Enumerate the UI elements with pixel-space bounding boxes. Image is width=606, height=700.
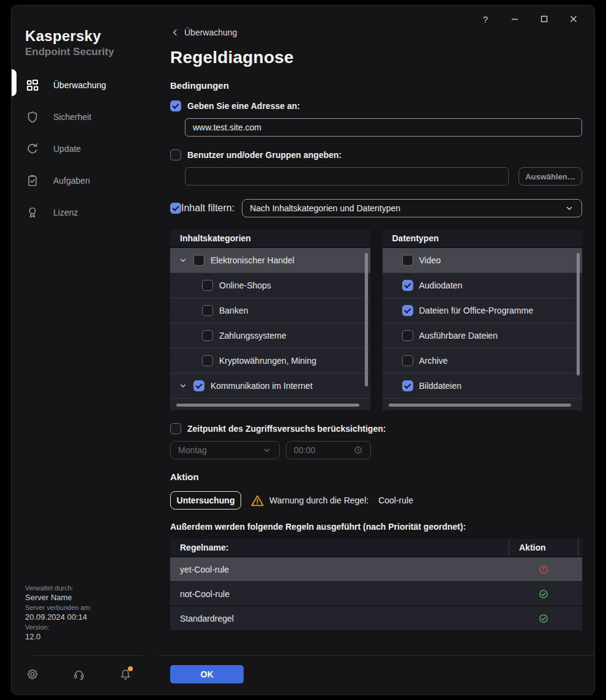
checkbox[interactable] (402, 380, 413, 391)
help-icon[interactable]: ? (471, 10, 500, 28)
sidebar-item-aufgaben[interactable]: Aufgaben (12, 165, 159, 197)
sidebar-item-sicherheit[interactable]: Sicherheit (12, 101, 159, 133)
list-item-label: Kryptowährungen, Mining (219, 356, 316, 366)
window-controls: ? (471, 10, 588, 28)
connected-at-value: 20.09.2024 00:14 (25, 612, 92, 622)
shield-icon (26, 111, 39, 123)
list-item[interactable]: Kryptowährungen, Mining (170, 348, 370, 374)
ok-button[interactable]: OK (170, 665, 244, 683)
rules-table: Regelname: Aktion yet-Cool-rule not-Cool… (170, 539, 582, 631)
list-item[interactable]: Zahlungssysteme (170, 323, 370, 348)
warning-status-icon (538, 564, 549, 575)
horizontal-scrollbar[interactable] (389, 404, 572, 407)
list-item[interactable]: Dateien für Office-Programme (383, 298, 583, 323)
close-icon[interactable] (559, 10, 588, 28)
verdict-button[interactable]: Untersuchung (170, 491, 241, 510)
checkbox[interactable] (402, 330, 413, 341)
column-header-end (578, 539, 582, 556)
list-item[interactable]: Audiodaten (383, 273, 583, 298)
list-item[interactable]: Online-Shops (170, 273, 370, 298)
action-row: Untersuchung Warnung durch die Regel: Co… (170, 491, 582, 510)
list-item-label: Elektronischer Handel (211, 255, 294, 265)
day-select[interactable]: Montag (170, 441, 280, 459)
action-heading: Aktion (170, 472, 582, 483)
sidebar-item-lizenz[interactable]: Lizenz (12, 197, 159, 228)
license-medal-icon (26, 206, 39, 219)
checkbox[interactable] (202, 305, 213, 316)
bell-icon[interactable] (119, 668, 132, 680)
page-title: Regeldiagnose (170, 47, 582, 68)
column-header-rulename: Regelname: (170, 539, 509, 556)
version-value: 12.0 (25, 632, 92, 642)
list-item-label: Kommunikation im Internet (211, 381, 313, 391)
minimize-icon[interactable] (500, 10, 529, 28)
sidebar-item-ueberwachung[interactable]: Überwachung (12, 69, 159, 101)
back-link[interactable]: Überwachung (170, 26, 237, 39)
address-label: Geben Sie eine Adresse an: (187, 101, 300, 111)
checkbox[interactable] (202, 280, 213, 291)
headset-icon[interactable] (73, 668, 85, 680)
list-item[interactable]: Ausführbare Dateien (383, 323, 583, 348)
checkbox[interactable] (402, 355, 413, 366)
sidebar-footer (26, 668, 132, 680)
time-checkbox[interactable] (170, 423, 181, 434)
list-item[interactable]: Archive (383, 348, 583, 374)
conditions-heading: Bedingungen (170, 80, 582, 91)
gear-icon[interactable] (26, 668, 39, 680)
chevron-down-icon[interactable] (179, 256, 187, 265)
list-item[interactable]: Video (383, 248, 583, 273)
maximize-icon[interactable] (529, 10, 559, 28)
filter-mode-value: Nach Inhaltskategorien und Datentypen (250, 203, 564, 213)
users-checkbox[interactable] (170, 149, 181, 160)
list-item-label: Dateien für Office-Programme (419, 306, 533, 315)
time-field[interactable]: 00:00 (286, 441, 371, 459)
rule-name: Standardregel (170, 614, 509, 623)
address-checkbox[interactable] (170, 100, 181, 111)
address-checkbox-row: Geben Sie eine Adresse an: (170, 100, 582, 112)
table-row[interactable]: not-Cool-rule (170, 582, 582, 606)
version-label: Version: (25, 622, 92, 632)
chevron-down-icon (262, 445, 272, 455)
list-item-label: Bilddateien (419, 381, 462, 391)
filter-checkbox[interactable] (170, 203, 181, 214)
filter-row: Inhalt filtern: Nach Inhaltskategorien u… (170, 199, 582, 217)
checkbox[interactable] (402, 255, 413, 266)
list-item[interactable]: Banken (170, 298, 370, 323)
sidebar-item-label: Update (53, 144, 81, 154)
table-row[interactable]: yet-Cool-rule (170, 557, 582, 582)
brand-product: Endpoint Security (25, 45, 159, 59)
more-rules-label: Außerdem werden folgende Regeln ausgefüh… (170, 522, 582, 533)
select-users-button[interactable]: Auswählen… (518, 167, 582, 186)
vertical-scrollbar[interactable] (577, 253, 580, 375)
list-item-label: Zahlungssysteme (219, 331, 286, 341)
list-item[interactable]: Bilddateien (383, 374, 583, 399)
sidebar-nav: Überwachung Sicherheit Update (12, 69, 159, 228)
active-nav-indicator (11, 69, 17, 96)
ok-status-icon (538, 589, 549, 600)
sidebar-item-label: Lizenz (53, 208, 78, 217)
checkbox[interactable] (202, 330, 213, 341)
users-input-row: Auswählen… (185, 167, 582, 186)
list-item[interactable]: Kommunikation im Internet (170, 374, 370, 399)
chevron-down-icon (564, 203, 574, 213)
checkbox[interactable] (202, 355, 213, 366)
address-input[interactable] (185, 118, 582, 137)
back-link-label: Überwachung (184, 28, 237, 37)
brand-name: Kaspersky (25, 28, 159, 45)
chevron-down-icon[interactable] (179, 382, 187, 390)
list-item[interactable]: Elektronischer Handel (170, 248, 370, 273)
filter-mode-select[interactable]: Nach Inhaltskategorien und Datentypen (242, 199, 582, 217)
checkbox[interactable] (193, 380, 204, 391)
checkbox[interactable] (402, 305, 413, 316)
horizontal-scrollbar[interactable] (176, 404, 359, 407)
checkbox[interactable] (402, 280, 413, 291)
users-input[interactable] (185, 167, 509, 186)
table-row[interactable]: Standardregel (170, 606, 582, 631)
sidebar-item-label: Sicherheit (53, 112, 91, 122)
list-item-label: Audiodaten (419, 280, 463, 290)
rule-action-cell (509, 564, 578, 575)
sidebar-item-update[interactable]: Update (12, 133, 159, 165)
vertical-scrollbar[interactable] (365, 253, 368, 386)
checkbox[interactable] (193, 255, 204, 266)
chevron-left-icon (170, 28, 180, 37)
